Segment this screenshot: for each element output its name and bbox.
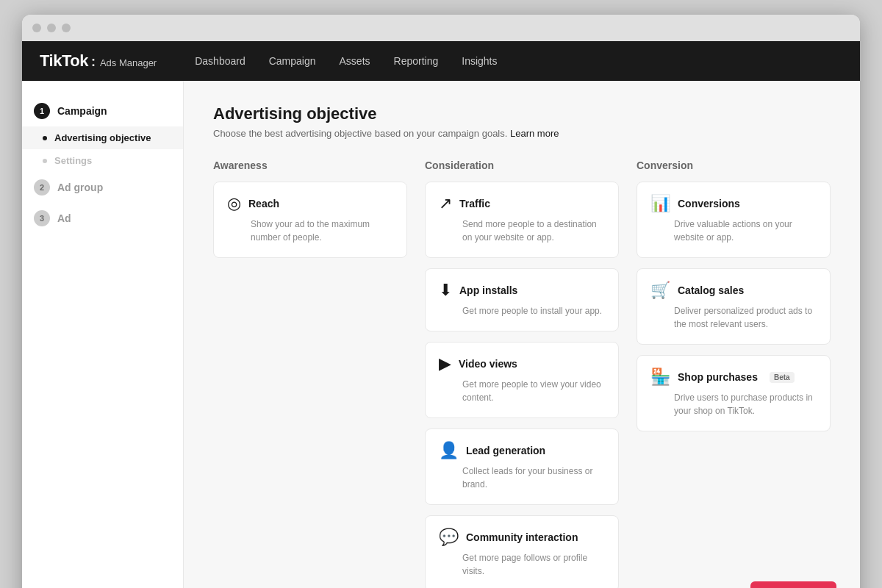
- video-views-title: Video views: [459, 358, 517, 370]
- page-subtitle-text: Choose the best advertising objective ba…: [213, 128, 507, 139]
- catalog-sales-desc: Deliver personalized product ads to the …: [650, 304, 817, 331]
- nav-insights[interactable]: Insights: [462, 52, 497, 70]
- card-app-installs[interactable]: ⬇ App installs Get more people to instal…: [425, 268, 619, 331]
- nav-brand: TikTok:Ads Manager: [40, 51, 157, 71]
- catalog-sales-title: Catalog sales: [678, 284, 744, 296]
- titlebar-dot-red: [32, 24, 41, 32]
- sidebar-campaign-label: Campaign: [57, 105, 107, 117]
- lead-gen-icon: 👤: [439, 442, 459, 459]
- brand-subtitle: Ads Manager: [100, 57, 157, 68]
- page-title: Advertising objective: [213, 104, 831, 123]
- app-window: TikTok:Ads Manager Dashboard Campaign As…: [22, 15, 860, 588]
- app-installs-icon: ⬇: [439, 282, 452, 298]
- traffic-desc: Send more people to a destination on you…: [439, 218, 605, 244]
- card-community-interaction-header: 💬 Community interaction: [439, 529, 605, 545]
- content-area: Advertising objective Choose the best ad…: [184, 81, 860, 588]
- dot-settings: [43, 159, 47, 163]
- traffic-title: Traffic: [459, 198, 490, 209]
- reach-icon: ◎: [227, 196, 241, 212]
- card-lead-generation[interactable]: 👤 Lead generation Collect leads for your…: [425, 429, 619, 505]
- app-installs-desc: Get more people to install your app.: [439, 304, 605, 318]
- card-shop-purchases[interactable]: 🏪 Shop purchases Beta Drive users to pur…: [637, 355, 831, 431]
- page-subtitle: Choose the best advertising objective ba…: [213, 128, 831, 139]
- community-icon: 💬: [439, 529, 459, 545]
- community-desc: Get more page follows or profile visits.: [439, 551, 605, 578]
- card-conversions[interactable]: 📊 Conversions Drive valuable actions on …: [637, 182, 831, 258]
- sidebar-item-ad[interactable]: 3 Ad: [22, 203, 183, 234]
- card-catalog-sales[interactable]: 🛒 Catalog sales Deliver personalized pro…: [637, 268, 831, 345]
- traffic-icon: ↗: [439, 196, 452, 212]
- titlebar: [22, 15, 860, 41]
- sidebar: 1 Campaign Advertising objective Setting…: [22, 81, 184, 588]
- community-title: Community interaction: [466, 531, 578, 543]
- shop-purchases-icon: 🏪: [650, 369, 670, 385]
- card-community-interaction[interactable]: 💬 Community interaction Get more page fo…: [425, 515, 619, 588]
- titlebar-dot-yellow: [47, 24, 56, 32]
- sidebar-item-campaign[interactable]: 1 Campaign: [22, 96, 183, 126]
- column-awareness: Awareness ◎ Reach Show your ad to the ma…: [213, 159, 407, 588]
- brand-name: TikTok: [40, 51, 88, 71]
- nav-campaign[interactable]: Campaign: [269, 52, 316, 70]
- sidebar-item-advertising-objective[interactable]: Advertising objective: [22, 126, 183, 149]
- column-consideration: Consideration ↗ Traffic Send more people…: [425, 159, 619, 588]
- video-views-desc: Get more people to view your video conte…: [439, 378, 605, 404]
- lead-gen-title: Lead generation: [466, 445, 545, 456]
- card-conversions-header: 📊 Conversions: [650, 196, 817, 212]
- video-views-icon: ▶: [439, 356, 451, 372]
- main-content: 1 Campaign Advertising objective Setting…: [22, 81, 860, 588]
- card-reach-header: ◎ Reach: [227, 196, 393, 212]
- card-shop-purchases-header: 🏪 Shop purchases Beta: [650, 369, 817, 385]
- card-app-installs-header: ⬇ App installs: [439, 282, 605, 298]
- sidebar-item-ad-group[interactable]: 2 Ad group: [22, 172, 183, 203]
- conversions-title: Conversions: [678, 198, 740, 209]
- sidebar-sub-label-settings: Settings: [54, 155, 92, 166]
- titlebar-dot-green: [62, 24, 71, 32]
- lead-gen-desc: Collect leads for your business or brand…: [439, 465, 605, 491]
- card-traffic-header: ↗ Traffic: [439, 196, 605, 212]
- app-body: TikTok:Ads Manager Dashboard Campaign As…: [22, 41, 860, 588]
- column-header-awareness: Awareness: [213, 159, 407, 171]
- card-catalog-sales-header: 🛒 Catalog sales: [650, 282, 817, 298]
- conversions-desc: Drive valuable actions on your website o…: [650, 218, 817, 244]
- step-circle-ad: 3: [34, 210, 50, 226]
- card-lead-generation-header: 👤 Lead generation: [439, 442, 605, 459]
- sidebar-sub-label-ad-obj: Advertising objective: [54, 132, 151, 143]
- dot-ad-obj: [43, 136, 47, 140]
- learn-more-link[interactable]: Learn more: [510, 128, 559, 139]
- column-header-conversion: Conversion: [637, 159, 831, 171]
- sidebar-item-settings[interactable]: Settings: [22, 149, 183, 172]
- objectives-grid: Awareness ◎ Reach Show your ad to the ma…: [213, 159, 831, 588]
- card-video-views-header: ▶ Video views: [439, 356, 605, 372]
- card-reach[interactable]: ◎ Reach Show your ad to the maximum numb…: [213, 182, 407, 258]
- beta-badge: Beta: [770, 372, 795, 383]
- reach-title: Reach: [248, 198, 279, 209]
- app-installs-title: App installs: [459, 284, 517, 296]
- shop-purchases-title: Shop purchases: [678, 371, 758, 383]
- nav-reporting[interactable]: Reporting: [394, 52, 439, 70]
- nav-dashboard[interactable]: Dashboard: [195, 52, 245, 70]
- continue-button[interactable]: Continue: [750, 581, 836, 588]
- card-traffic[interactable]: ↗ Traffic Send more people to a destinat…: [425, 182, 619, 258]
- column-header-consideration: Consideration: [425, 159, 619, 171]
- nav: TikTok:Ads Manager Dashboard Campaign As…: [22, 41, 860, 81]
- sidebar-label-ad: Ad: [57, 212, 71, 224]
- conversions-icon: 📊: [650, 196, 670, 212]
- catalog-sales-icon: 🛒: [650, 282, 670, 298]
- card-video-views[interactable]: ▶ Video views Get more people to view yo…: [425, 342, 619, 418]
- nav-assets[interactable]: Assets: [340, 52, 370, 70]
- sidebar-label-ad-group: Ad group: [57, 182, 103, 193]
- step-circle-ad-group: 2: [34, 179, 50, 196]
- reach-desc: Show your ad to the maximum number of pe…: [227, 218, 393, 244]
- shop-purchases-desc: Drive users to purchase products in your…: [650, 391, 817, 417]
- step-circle-campaign: 1: [34, 103, 50, 119]
- brand-colon: :: [91, 54, 96, 70]
- column-conversion: Conversion 📊 Conversions Drive valuable …: [637, 159, 831, 588]
